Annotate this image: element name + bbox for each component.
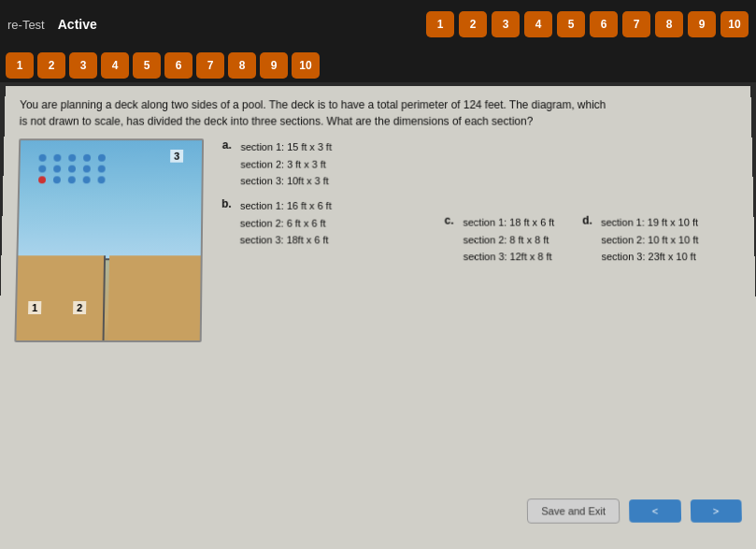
num-6[interactable]: 6: [164, 52, 193, 79]
answer-d-line3: section 3: 23ft x 10 ft: [601, 249, 698, 267]
answer-b-line2: section 2: 6 ft x 6 ft: [240, 214, 332, 231]
answer-b-content: section 1: 16 ft x 6 ft section 2: 6 ft …: [240, 197, 332, 249]
num-3[interactable]: 3: [69, 52, 97, 79]
answer-a-line3: section 3: 10ft x 3 ft: [240, 173, 332, 190]
answer-a-content: section 1: 15 ft x 3 ft section 2: 3 ft …: [240, 138, 332, 190]
answer-option-c[interactable]: c. section 1: 18 ft x 6 ft section 2: 8 …: [445, 214, 555, 267]
nav-btn-4[interactable]: 4: [524, 11, 552, 37]
answers-area: a. section 1: 15 ft x 3 ft section 2: 3 …: [221, 138, 742, 342]
retest-label: re-Test: [7, 18, 45, 32]
bottom-buttons: Save and Exit < >: [527, 498, 742, 524]
num-4[interactable]: 4: [101, 52, 129, 79]
answer-a-line2: section 2: 3 ft x 3 ft: [240, 156, 332, 173]
answer-c-content: section 1: 18 ft x 6 ft section 2: 8 ft …: [463, 214, 554, 267]
answer-b-line3: section 3: 18ft x 6 ft: [240, 232, 332, 250]
num-9[interactable]: 9: [260, 52, 288, 79]
num-2[interactable]: 2: [37, 52, 65, 79]
number-row: 1 2 3 4 5 6 7 8 9 10: [0, 49, 756, 82]
question-line1: You are planning a deck along two sides …: [20, 98, 606, 111]
nav-btn-6[interactable]: 6: [590, 11, 618, 37]
answer-a-line1: section 1: 15 ft x 3 ft: [240, 138, 332, 155]
next-button[interactable]: >: [690, 499, 742, 523]
num-7[interactable]: 7: [196, 52, 224, 79]
main-content: You are planning a deck along two sides …: [0, 86, 756, 549]
answer-d-line2: section 2: 10 ft x 10 ft: [601, 231, 698, 249]
answer-d-line1: section 1: 19 ft x 10 ft: [601, 214, 698, 231]
pool-section-label-3: 3: [170, 150, 183, 163]
nav-btn-9[interactable]: 9: [688, 11, 716, 37]
nav-btn-8[interactable]: 8: [655, 11, 683, 37]
num-5[interactable]: 5: [133, 52, 161, 79]
answer-c-line3: section 3: 12ft x 8 ft: [464, 249, 555, 267]
active-label: Active: [58, 17, 97, 32]
pool-section-label-2: 2: [73, 301, 86, 314]
pool-diagram: 1 2 3: [14, 138, 204, 342]
answer-d-content: section 1: 19 ft x 10 ft section 2: 10 f…: [601, 214, 699, 267]
answer-a-label: a.: [221, 138, 235, 190]
answer-c-line2: section 2: 8 ft x 8 ft: [464, 231, 555, 249]
answer-d-label: d.: [582, 214, 596, 267]
nav-btn-2[interactable]: 2: [459, 11, 487, 37]
num-10[interactable]: 10: [292, 52, 320, 79]
nav-btn-10[interactable]: 10: [720, 11, 749, 37]
nav-btn-7[interactable]: 7: [622, 11, 650, 37]
answer-c-label: c.: [445, 214, 458, 267]
answer-b-label: b.: [221, 197, 235, 249]
nav-btn-5[interactable]: 5: [557, 11, 585, 37]
answer-row-ab: a. section 1: 15 ft x 3 ft section 2: 3 …: [221, 138, 738, 190]
answer-b-line1: section 1: 16 ft x 6 ft: [240, 197, 332, 214]
answer-cd-area: c. section 1: 18 ft x 6 ft section 2: 8 …: [445, 214, 699, 267]
answer-option-a[interactable]: a. section 1: 15 ft x 3 ft section 2: 3 …: [221, 138, 332, 190]
num-1[interactable]: 1: [6, 52, 34, 79]
top-bar: re-Test Active 1 2 3 4 5 6 7 8 9 10: [0, 0, 756, 49]
nav-btn-1[interactable]: 1: [426, 11, 454, 37]
answer-option-d[interactable]: d. section 1: 19 ft x 10 ft section 2: 1…: [582, 214, 699, 267]
answer-c-line1: section 1: 18 ft x 6 ft: [463, 214, 554, 231]
answer-option-b-full[interactable]: b. section 1: 16 ft x 6 ft section 2: 6 …: [221, 197, 332, 249]
nav-btn-3[interactable]: 3: [492, 11, 520, 37]
save-exit-button[interactable]: Save and Exit: [527, 498, 620, 524]
num-8[interactable]: 8: [228, 52, 256, 79]
prev-button[interactable]: <: [629, 499, 681, 523]
content-body: 1 2 3 a. section 1: 15 ft x 3 ft section…: [14, 138, 741, 342]
question-line2: is not drawn to scale, has divided the d…: [20, 115, 534, 128]
question-text: You are planning a deck along two sides …: [20, 96, 666, 129]
pool-section-label-1: 1: [28, 301, 41, 314]
